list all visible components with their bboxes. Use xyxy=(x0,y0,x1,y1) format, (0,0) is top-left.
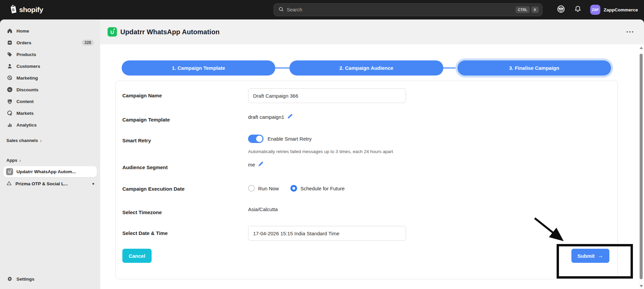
shopify-wordmark: shopify xyxy=(19,6,43,14)
execution-date-label: Campaign Execution Date xyxy=(122,185,248,192)
main-content: U Updatrr WhatsApp Automation 1. Campaig… xyxy=(100,19,644,289)
smart-retry-toggle[interactable] xyxy=(248,135,264,143)
timezone-value: Asia/Calcutta xyxy=(248,206,278,212)
search-shortcut: CTRL K xyxy=(516,6,539,13)
shopify-logo[interactable]: S shopify xyxy=(9,5,43,15)
markets-icon: $ xyxy=(6,110,13,116)
sidebar-app-updatrr[interactable]: U Updatrr WhatsApp Autom... xyxy=(3,166,97,177)
step-campaign-template[interactable]: 1. Campaign Template xyxy=(122,60,275,76)
radio-on-icon xyxy=(290,185,297,192)
sales-channels-label: Sales channels xyxy=(6,138,38,143)
sales-channels-section[interactable]: Sales channels › xyxy=(3,135,97,145)
campaign-name-label: Campaign Name xyxy=(122,88,248,98)
radio-label: Schedule for Future xyxy=(300,186,345,191)
marketing-icon xyxy=(6,75,13,81)
apps-section[interactable]: Apps › xyxy=(3,155,97,165)
search-icon xyxy=(279,7,284,13)
sidebar-item-marketing[interactable]: Marketing xyxy=(3,73,97,83)
radio-off-icon xyxy=(248,185,255,192)
search-placeholder: Search xyxy=(287,7,302,12)
scroll-up-icon[interactable] xyxy=(640,47,643,49)
scroll-down-icon[interactable] xyxy=(640,285,643,287)
campaign-name-input[interactable] xyxy=(248,88,406,103)
step-connector xyxy=(443,67,457,68)
edit-pencil-icon[interactable] xyxy=(287,114,292,120)
sidebar-item-orders[interactable]: Orders 328 xyxy=(3,37,97,48)
svg-text:$: $ xyxy=(10,112,12,116)
finalise-campaign-card: Campaign Name Campaign Template draft ca… xyxy=(115,81,618,279)
scrollbar[interactable] xyxy=(638,44,644,289)
chevron-right-icon: › xyxy=(40,138,42,143)
sidebar-item-home[interactable]: Home xyxy=(3,26,97,36)
notification-dot xyxy=(92,183,94,185)
page-title: Updatrr WhatsApp Automation xyxy=(120,28,219,36)
timezone-label: Select Timezone xyxy=(122,206,248,215)
home-icon xyxy=(6,28,13,34)
step-finalise-campaign[interactable]: 3. Finalise Campaign xyxy=(457,60,611,76)
submit-label: Submit xyxy=(577,253,595,259)
page-header: U Updatrr WhatsApp Automation xyxy=(100,19,644,44)
submit-button[interactable]: Submit → xyxy=(571,249,609,263)
orders-count-badge: 328 xyxy=(82,40,94,46)
sidebar-item-label: Products xyxy=(16,52,36,57)
updatrr-app-icon: U xyxy=(6,168,13,175)
sidebar-item-label: Orders xyxy=(16,40,31,45)
step-campaign-audience[interactable]: 2. Campaign Audience xyxy=(289,60,443,76)
campaign-name-row: Campaign Name xyxy=(122,88,610,103)
sidebar-item-label: Customers xyxy=(16,64,40,69)
topbar: S shopify Search CTRL K xyxy=(0,0,644,19)
sidebar-item-customers[interactable]: Customers xyxy=(3,61,97,71)
sidebar-item-discounts[interactable]: % Discounts xyxy=(3,84,97,95)
discounts-icon: % xyxy=(6,87,13,93)
scrollbar-thumb[interactable] xyxy=(640,54,643,279)
products-icon xyxy=(6,51,13,58)
sidebar-item-label: Analytics xyxy=(16,123,37,128)
timezone-row: Select Timezone Asia/Calcutta xyxy=(122,206,610,215)
customers-icon xyxy=(6,63,13,69)
sidebar-item-label: Markets xyxy=(16,111,34,116)
overflow-menu-icon[interactable] xyxy=(627,31,633,33)
smart-retry-helper-text: Automatically retries failed messages up… xyxy=(248,147,418,156)
account-menu[interactable]: ZAP ZappCommerce xyxy=(590,5,638,15)
step-connector xyxy=(275,67,289,68)
radio-schedule-future[interactable]: Schedule for Future xyxy=(290,185,345,192)
audience-segment-value: me xyxy=(248,162,255,167)
sidebar-app-label: Prizma OTP & Social L... xyxy=(15,181,68,186)
audience-segment-label: Audience Segment xyxy=(122,161,248,170)
content-icon xyxy=(6,98,13,105)
datetime-input[interactable] xyxy=(248,226,406,241)
orders-icon xyxy=(6,40,13,46)
sidebar-app-prizma[interactable]: Prizma OTP & Social L... xyxy=(3,178,97,189)
smart-retry-label: Smart Retry xyxy=(122,135,248,143)
sidebar-item-products[interactable]: Products xyxy=(3,49,97,60)
cancel-button[interactable]: Cancel xyxy=(122,249,152,263)
sidebar-item-content[interactable]: Content xyxy=(3,96,97,107)
audience-segment-row: Audience Segment me xyxy=(122,161,610,170)
gear-icon xyxy=(6,276,13,282)
datetime-label: Select Date & Time xyxy=(122,226,248,236)
sidebar: Home Orders 328 Products Customers Marke… xyxy=(0,19,100,289)
sidebar-app-label: Updatrr WhatsApp Autom... xyxy=(16,169,76,174)
sidebar-item-analytics[interactable]: Analytics xyxy=(3,119,97,130)
edit-pencil-icon[interactable] xyxy=(258,161,263,168)
radio-run-now[interactable]: Run Now xyxy=(248,185,279,192)
chevron-right-icon: › xyxy=(19,158,21,163)
app-surface: 1. Campaign Template 2. Campaign Audienc… xyxy=(100,44,644,289)
avatar: ZAP xyxy=(590,5,600,15)
campaign-template-value: draft campaign1 xyxy=(248,114,284,120)
campaign-template-label: Campaign Template xyxy=(122,114,248,123)
prizma-triangle-icon xyxy=(6,180,12,187)
notifications-bell-icon[interactable] xyxy=(574,5,581,14)
radio-label: Run Now xyxy=(258,186,279,191)
global-search[interactable]: Search CTRL K xyxy=(274,3,542,16)
execution-date-row: Campaign Execution Date Run Now Schedule… xyxy=(122,185,610,192)
sidebar-item-markets[interactable]: $ Markets xyxy=(3,108,97,118)
form-actions: Cancel Submit → xyxy=(122,249,610,263)
sidekick-icon[interactable] xyxy=(557,5,565,15)
topbar-actions: ZAP ZappCommerce xyxy=(557,0,638,19)
updatrr-app-icon: U xyxy=(108,27,117,37)
settings-label: Settings xyxy=(16,277,34,282)
sidebar-item-settings[interactable]: Settings xyxy=(3,274,97,284)
arrow-right-icon: → xyxy=(598,252,603,259)
sidebar-item-label: Marketing xyxy=(16,76,38,81)
